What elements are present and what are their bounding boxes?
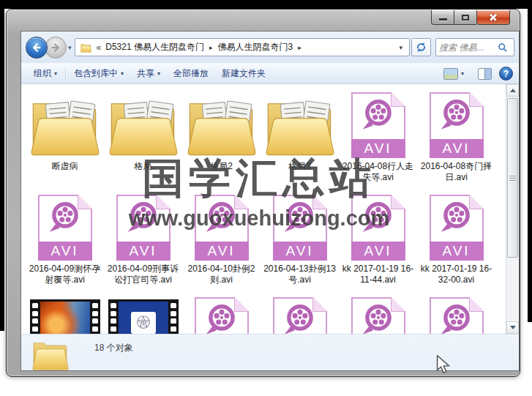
organize-menu[interactable]: 组织 ▾ xyxy=(27,64,64,83)
help-button[interactable]: ? xyxy=(499,67,513,81)
avi-file-icon: AVI xyxy=(195,297,249,334)
folder-icon xyxy=(107,93,180,157)
avi-file-icon: AVI xyxy=(195,195,249,261)
pentagram-icon xyxy=(135,314,152,332)
preview-pane-toggle[interactable] xyxy=(478,68,492,80)
breadcrumb-overflow[interactable]: « xyxy=(97,42,102,53)
new-folder-label: 新建文件夹 xyxy=(222,67,266,80)
folder-icon xyxy=(185,93,258,157)
refresh-button[interactable] xyxy=(411,38,431,56)
file-tile[interactable]: AVI kk 2017-01-19 16-32-00.avi xyxy=(417,193,495,295)
desktop-background-right xyxy=(528,0,532,322)
file-tile[interactable]: AVI 2016-04-09测怀孕射覆等.avi xyxy=(26,193,104,295)
triangle-down-icon xyxy=(510,326,516,329)
file-name: 格局 xyxy=(107,161,179,172)
file-tile[interactable] xyxy=(104,295,182,334)
new-folder-button[interactable]: 新建文件夹 xyxy=(215,64,272,83)
recent-pages-dropdown[interactable]: ▾ xyxy=(68,44,72,51)
filmstrip-holes-icon xyxy=(30,302,40,334)
toolbar-separator xyxy=(65,68,66,80)
screenshot-root: ▾ « D5321 佛易人生阴盘奇门 ▸ 佛易人生阴盘奇门3 ▸ ▾ xyxy=(0,0,532,396)
file-name: 格局2 xyxy=(185,161,258,172)
file-tile[interactable]: AVI 2016-04-13卦例13号.avi xyxy=(261,193,339,295)
file-name: 2016-04-10卦例2则.avi xyxy=(185,264,258,285)
forward-button[interactable] xyxy=(45,37,67,59)
film-reel-icon xyxy=(360,199,397,236)
breadcrumb-current[interactable]: 佛易人生阴盘奇门3 xyxy=(214,40,296,55)
search-box xyxy=(435,38,514,56)
minimize-button[interactable] xyxy=(431,10,454,25)
file-tile[interactable]: 格局3 xyxy=(261,90,339,193)
file-name: 2016-04-09测怀孕射覆等.avi xyxy=(29,264,101,285)
change-view-button[interactable]: ▾ xyxy=(437,65,471,83)
file-tile[interactable]: AVI kk 2017-01-19 16-11-44.avi xyxy=(339,193,417,295)
file-name: 2016-04-09刑事诉讼打官司等.avi xyxy=(107,264,179,285)
organize-label: 组织 xyxy=(34,67,51,80)
film-reel-icon xyxy=(360,302,397,334)
filmstrip-holes-icon xyxy=(108,302,119,334)
play-all-label: 全部播放 xyxy=(173,67,209,80)
scroll-up-button[interactable] xyxy=(506,84,519,97)
avi-badge: AVI xyxy=(430,242,484,261)
vertical-scrollbar[interactable] xyxy=(506,84,519,334)
file-tile[interactable]: AVI xyxy=(417,295,495,334)
avi-file-icon: AVI xyxy=(351,297,405,334)
filmstrip-holes-icon xyxy=(168,302,179,334)
close-button[interactable] xyxy=(476,10,510,25)
video-thumbnail xyxy=(108,299,179,334)
refresh-icon xyxy=(416,42,427,53)
back-button[interactable] xyxy=(26,37,48,59)
file-tile[interactable]: AVI xyxy=(182,295,261,334)
file-tile[interactable]: AVI 2016-04-08行人走失等.avi xyxy=(339,90,417,193)
scrollbar-thumb[interactable] xyxy=(507,98,518,258)
avi-badge: AVI xyxy=(195,242,249,261)
file-tile[interactable]: AVI 2016-04-09刑事诉讼打官司等.avi xyxy=(104,193,182,295)
breadcrumb-arrow-icon[interactable]: ▸ xyxy=(207,44,215,51)
desktop-background-left xyxy=(0,0,4,331)
film-reel-icon xyxy=(438,199,475,236)
file-tile[interactable]: 格局 xyxy=(104,90,182,193)
breadcrumb-parent[interactable]: D5321 佛易人生阴盘奇门 xyxy=(102,40,207,55)
caption-buttons xyxy=(431,10,510,25)
scrollbar-grip-icon xyxy=(509,176,516,181)
share-menu[interactable]: 共享 ▾ xyxy=(130,64,167,83)
avi-badge: AVI xyxy=(430,139,484,158)
avi-file-icon: AVI xyxy=(351,92,405,158)
film-reel-icon xyxy=(360,97,397,133)
breadcrumb-arrow-icon[interactable]: ▸ xyxy=(296,44,304,51)
avi-badge: AVI xyxy=(116,242,171,261)
file-tile[interactable] xyxy=(26,295,104,334)
address-folder-icon xyxy=(80,42,92,53)
address-bar[interactable]: « D5321 佛易人生阴盘奇门 ▸ 佛易人生阴盘奇门3 ▸ ▾ xyxy=(75,38,410,56)
chevron-down-icon: ▾ xyxy=(157,70,160,77)
avi-badge: AVI xyxy=(38,242,92,261)
mouse-cursor xyxy=(435,355,452,374)
file-name: kk 2017-01-19 16-11-44.avi xyxy=(342,264,414,285)
avi-badge: AVI xyxy=(273,242,327,261)
file-tile[interactable]: AVI 2016-04-08奇门择日.avi xyxy=(417,90,495,193)
search-icon[interactable] xyxy=(498,42,508,53)
file-tile[interactable]: AVI xyxy=(339,295,417,334)
film-reel-icon xyxy=(282,199,318,236)
video-frame-fire xyxy=(40,302,90,334)
play-all-button[interactable]: 全部播放 xyxy=(167,64,215,83)
share-label: 共享 xyxy=(137,67,154,80)
file-tile[interactable]: 格局2 xyxy=(182,90,261,193)
file-tile[interactable]: AVI xyxy=(261,295,339,334)
avi-file-icon: AVI xyxy=(273,195,327,261)
command-bar: 组织 ▾ 包含到库中 ▾ 共享 ▾ 全部播放 新建文件夹 xyxy=(21,63,519,84)
include-label: 包含到库中 xyxy=(74,67,118,80)
address-history-dropdown[interactable]: ▾ xyxy=(395,44,406,51)
scroll-down-button[interactable] xyxy=(506,321,519,334)
search-input[interactable] xyxy=(439,42,498,53)
video-thumbnail xyxy=(30,299,100,334)
include-in-library-menu[interactable]: 包含到库中 ▾ xyxy=(67,64,130,83)
file-tile[interactable]: AVI 2016-04-10卦例2则.avi xyxy=(182,193,261,295)
file-tile[interactable]: 断虚病 xyxy=(26,90,104,193)
file-name: 断虚病 xyxy=(29,161,101,172)
filmstrip-holes-icon xyxy=(90,302,100,334)
maximize-button[interactable] xyxy=(454,10,476,25)
chevron-down-icon: ▾ xyxy=(461,70,464,77)
film-reel-icon xyxy=(203,302,240,334)
avi-file-icon: AVI xyxy=(351,195,405,261)
